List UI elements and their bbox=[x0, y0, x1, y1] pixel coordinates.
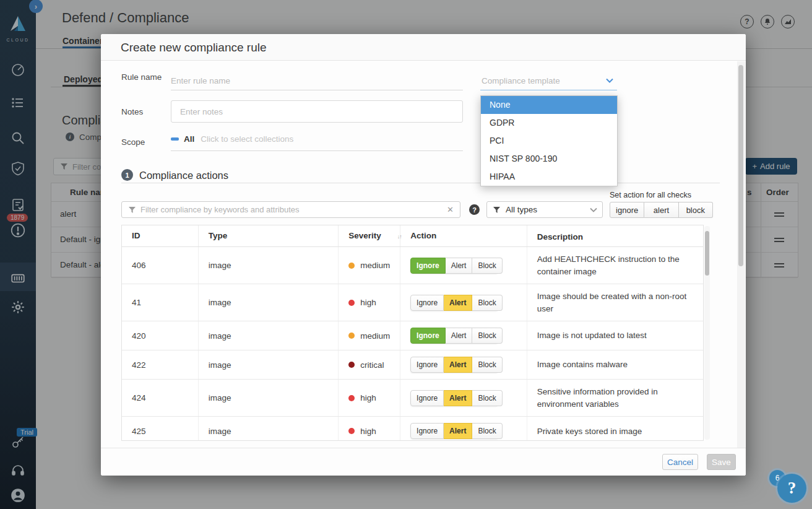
check-severity: medium bbox=[339, 321, 400, 350]
notes-label: Notes bbox=[121, 107, 143, 116]
check-action: IgnoreAlertBlock bbox=[400, 321, 527, 350]
action-toggle-group: IgnoreAlertBlock bbox=[410, 258, 498, 274]
check-action: IgnoreAlertBlock bbox=[400, 350, 527, 379]
check-description: Image contains malware bbox=[527, 350, 703, 379]
bulk-alert-button[interactable]: alert bbox=[644, 202, 678, 218]
filter-funnel-icon bbox=[493, 207, 500, 214]
check-description: Image is not updated to latest bbox=[527, 321, 703, 350]
save-button[interactable]: Save bbox=[707, 454, 736, 470]
col-severity[interactable]: Severity↓↑ bbox=[339, 225, 400, 246]
action-ignore-button[interactable]: Ignore bbox=[410, 258, 446, 274]
action-ignore-button[interactable]: Ignore bbox=[410, 423, 444, 439]
check-row: 425imagehighIgnoreAlertBlockPrivate keys… bbox=[122, 417, 703, 440]
compliance-template-select[interactable]: Compliance template bbox=[480, 72, 617, 90]
action-alert-button[interactable]: Alert bbox=[446, 258, 473, 274]
action-ignore-button[interactable]: Ignore bbox=[410, 357, 444, 373]
scope-label: Scope bbox=[121, 137, 145, 147]
check-action: IgnoreAlertBlock bbox=[400, 417, 527, 440]
check-description: Sensitive information provided in enviro… bbox=[527, 380, 703, 416]
template-dropdown-menu: NoneGDPRPCINIST SP 800-190HIPAA bbox=[480, 95, 618, 186]
section-title: Compliance actions bbox=[139, 170, 228, 181]
check-id: 425 bbox=[122, 417, 199, 440]
type-filter-select[interactable]: All types bbox=[486, 201, 603, 218]
section-number-badge: 1 bbox=[121, 169, 133, 181]
table-scrollbar[interactable] bbox=[704, 226, 710, 440]
severity-dot-icon bbox=[348, 333, 355, 339]
collection-chip-icon bbox=[171, 137, 179, 141]
action-ignore-button[interactable]: Ignore bbox=[410, 390, 444, 406]
table-scrollbar-thumb[interactable] bbox=[705, 231, 709, 276]
action-block-button[interactable]: Block bbox=[472, 295, 502, 311]
action-block-button[interactable]: Block bbox=[472, 258, 502, 274]
compliance-filter: ✕ bbox=[121, 201, 460, 218]
bulk-ignore-button[interactable]: ignore bbox=[610, 202, 644, 218]
template-option[interactable]: None bbox=[481, 96, 617, 114]
check-action: IgnoreAlertBlock bbox=[400, 284, 527, 321]
check-row: 406imagemediumIgnoreAlertBlockAdd HEALTH… bbox=[122, 247, 703, 284]
action-block-button[interactable]: Block bbox=[472, 423, 502, 439]
check-row: 424imagehighIgnoreAlertBlockSensitive in… bbox=[122, 380, 703, 417]
type-filter-value: All types bbox=[506, 205, 537, 214]
check-type: image bbox=[199, 247, 339, 284]
action-alert-button[interactable]: Alert bbox=[444, 295, 472, 311]
compliance-filter-input[interactable] bbox=[140, 202, 444, 217]
modal-footer: Cancel Save bbox=[101, 448, 746, 476]
action-alert-button[interactable]: Alert bbox=[444, 390, 472, 406]
modal-scrollbar-thumb[interactable] bbox=[738, 65, 743, 266]
check-type: image bbox=[199, 380, 339, 416]
rule-name-input[interactable] bbox=[171, 72, 463, 90]
filter-help-button[interactable]: ? bbox=[469, 204, 480, 215]
template-option[interactable]: NIST SP 800-190 bbox=[481, 150, 617, 168]
check-id: 420 bbox=[122, 321, 199, 350]
action-alert-button[interactable]: Alert bbox=[444, 423, 472, 439]
col-description: Description bbox=[527, 225, 703, 246]
section-divider bbox=[121, 183, 720, 183]
modal-scrollbar[interactable] bbox=[737, 61, 745, 476]
check-id: 422 bbox=[122, 350, 199, 379]
check-description: Add HEALTHCHECK instruction to the conta… bbox=[527, 247, 703, 284]
clear-filter-icon[interactable]: ✕ bbox=[447, 205, 454, 214]
action-ignore-button[interactable]: Ignore bbox=[410, 328, 446, 344]
check-severity: high bbox=[339, 284, 400, 321]
rule-name-label: Rule name bbox=[121, 72, 162, 82]
scope-select[interactable]: AllClick to select collections bbox=[171, 133, 463, 151]
action-alert-button[interactable]: Alert bbox=[446, 328, 473, 344]
action-toggle-group: IgnoreAlertBlock bbox=[410, 390, 498, 406]
template-option[interactable]: PCI bbox=[481, 132, 617, 150]
severity-dot-icon bbox=[348, 395, 355, 401]
check-id: 406 bbox=[122, 247, 199, 284]
action-block-button[interactable]: Block bbox=[472, 390, 502, 406]
severity-dot-icon bbox=[348, 362, 355, 368]
bulk-action-group: ignorealertblock bbox=[610, 202, 713, 218]
check-action: IgnoreAlertBlock bbox=[400, 380, 527, 416]
modal-header: Create new compliance rule bbox=[101, 34, 746, 61]
check-type: image bbox=[199, 350, 339, 379]
check-row: 422imagecriticalIgnoreAlertBlockImage co… bbox=[122, 350, 703, 380]
create-compliance-rule-modal: Create new compliance rule Rule name Com… bbox=[101, 34, 746, 476]
bulk-block-button[interactable]: block bbox=[679, 202, 713, 218]
action-ignore-button[interactable]: Ignore bbox=[410, 295, 444, 311]
col-action: Action bbox=[400, 225, 527, 246]
action-alert-button[interactable]: Alert bbox=[444, 357, 472, 373]
set-action-label: Set action for all checks bbox=[610, 191, 691, 199]
action-toggle-group: IgnoreAlertBlock bbox=[410, 295, 498, 311]
action-toggle-group: IgnoreAlertBlock bbox=[410, 357, 498, 373]
app-screen: CLOUD 1 bbox=[0, 0, 812, 509]
severity-dot-icon bbox=[348, 263, 355, 269]
action-toggle-group: IgnoreAlertBlock bbox=[410, 423, 498, 439]
action-block-button[interactable]: Block bbox=[472, 357, 502, 373]
action-block-button[interactable]: Block bbox=[472, 328, 502, 344]
notes-input[interactable] bbox=[171, 100, 463, 123]
check-description: Image should be created with a non-root … bbox=[527, 284, 703, 321]
check-type: image bbox=[199, 284, 339, 321]
check-row: 420imagemediumIgnoreAlertBlockImage is n… bbox=[122, 321, 703, 350]
check-id: 424 bbox=[122, 380, 199, 416]
check-type: image bbox=[199, 321, 339, 350]
severity-dot-icon bbox=[348, 300, 355, 306]
template-option[interactable]: HIPAA bbox=[481, 168, 617, 186]
modal-title: Create new compliance rule bbox=[121, 41, 267, 54]
help-widget-button[interactable]: ? bbox=[777, 474, 806, 503]
cancel-button[interactable]: Cancel bbox=[662, 454, 698, 470]
severity-dot-icon bbox=[348, 428, 355, 434]
template-option[interactable]: GDPR bbox=[481, 114, 617, 132]
